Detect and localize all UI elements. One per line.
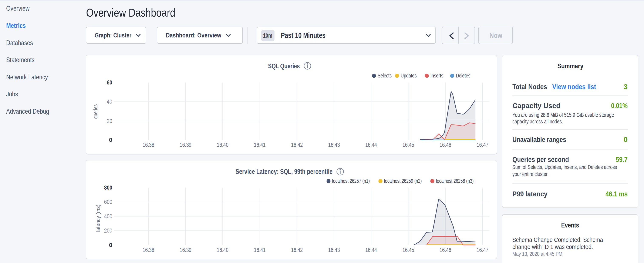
svg-text:queries: queries bbox=[92, 104, 99, 119]
svg-text:localhost:26257 (n1): localhost:26257 (n1) bbox=[332, 178, 370, 184]
svg-text:latency (ms): latency (ms) bbox=[95, 205, 101, 232]
svg-text:200: 200 bbox=[104, 227, 112, 234]
svg-text:400: 400 bbox=[104, 213, 112, 220]
svg-text:16:44: 16:44 bbox=[365, 247, 377, 253]
svg-text:16:46: 16:46 bbox=[440, 247, 451, 253]
svg-text:Capacity Used: Capacity Used bbox=[512, 102, 560, 110]
svg-text:Summary: Summary bbox=[558, 62, 584, 70]
svg-text:16:38: 16:38 bbox=[143, 247, 154, 253]
svg-text:16:45: 16:45 bbox=[402, 141, 414, 148]
svg-text:localhost:26258 (n3): localhost:26258 (n3) bbox=[436, 178, 474, 184]
svg-text:0: 0 bbox=[624, 135, 628, 143]
svg-text:16:41: 16:41 bbox=[254, 141, 266, 148]
svg-text:May 13, 2020 at 4:45 PM: May 13, 2020 at 4:45 PM bbox=[512, 251, 562, 257]
svg-text:16:44: 16:44 bbox=[365, 141, 377, 148]
svg-text:16:43: 16:43 bbox=[328, 141, 340, 148]
svg-text:Deletes: Deletes bbox=[456, 72, 470, 79]
svg-text:16:47: 16:47 bbox=[477, 247, 488, 253]
svg-text:Updates: Updates bbox=[401, 72, 417, 79]
svg-text:16:42: 16:42 bbox=[291, 141, 303, 148]
svg-text:40: 40 bbox=[107, 98, 112, 105]
svg-text:P99 latency: P99 latency bbox=[512, 190, 548, 198]
svg-text:localhost:26259 (n2): localhost:26259 (n2) bbox=[384, 178, 422, 184]
svg-text:16:42: 16:42 bbox=[291, 247, 303, 253]
svg-text:capacity across all nodes.: capacity across all nodes. bbox=[512, 118, 563, 125]
svg-text:16:40: 16:40 bbox=[217, 247, 228, 253]
svg-text:16:45: 16:45 bbox=[402, 247, 414, 253]
svg-text:16:40: 16:40 bbox=[217, 141, 228, 148]
svg-text:16:39: 16:39 bbox=[180, 247, 191, 253]
svg-text:Inserts: Inserts bbox=[430, 72, 443, 79]
svg-text:0: 0 bbox=[109, 242, 112, 248]
svg-text:change with ID 1 was completed: change with ID 1 was completed. bbox=[512, 243, 593, 250]
svg-text:Sum of Selects, Updates, Inser: Sum of Selects, Updates, Inserts, and De… bbox=[512, 164, 617, 170]
svg-text:16:39: 16:39 bbox=[180, 141, 191, 148]
svg-text:46.1 ms: 46.1 ms bbox=[606, 190, 628, 198]
svg-text:20: 20 bbox=[107, 118, 112, 124]
svg-text:Unavailable ranges: Unavailable ranges bbox=[512, 135, 566, 143]
svg-text:0.01%: 0.01% bbox=[611, 102, 628, 110]
svg-text:Selects: Selects bbox=[378, 72, 392, 79]
svg-text:Events: Events bbox=[561, 221, 579, 229]
svg-text:Total Nodes: Total Nodes bbox=[512, 83, 547, 91]
svg-text:You are using 28.6 MiB of 515.: You are using 28.6 MiB of 515.9 GiB usab… bbox=[512, 112, 614, 118]
svg-text:Queries per second: Queries per second bbox=[512, 155, 569, 163]
svg-text:Schema Change Completed: Schem: Schema Change Completed: Schema bbox=[512, 236, 603, 243]
svg-text:16:46: 16:46 bbox=[440, 141, 451, 148]
svg-text:60: 60 bbox=[107, 79, 112, 86]
svg-text:600: 600 bbox=[104, 198, 112, 205]
svg-text:0: 0 bbox=[109, 137, 112, 143]
svg-text:View nodes list: View nodes list bbox=[552, 83, 596, 91]
svg-text:800: 800 bbox=[104, 184, 112, 191]
svg-text:16:41: 16:41 bbox=[254, 247, 266, 253]
svg-text:Service Latency: SQL, 99th per: Service Latency: SQL, 99th percentile bbox=[236, 168, 332, 175]
svg-text:16:43: 16:43 bbox=[328, 247, 340, 253]
svg-text:your entire cluster.: your entire cluster. bbox=[512, 171, 548, 177]
svg-text:3: 3 bbox=[624, 83, 628, 91]
svg-text:SQL Queries: SQL Queries bbox=[268, 62, 300, 70]
svg-text:16:38: 16:38 bbox=[143, 141, 154, 148]
svg-text:16:47: 16:47 bbox=[477, 141, 488, 148]
svg-text:59.7: 59.7 bbox=[616, 155, 628, 163]
